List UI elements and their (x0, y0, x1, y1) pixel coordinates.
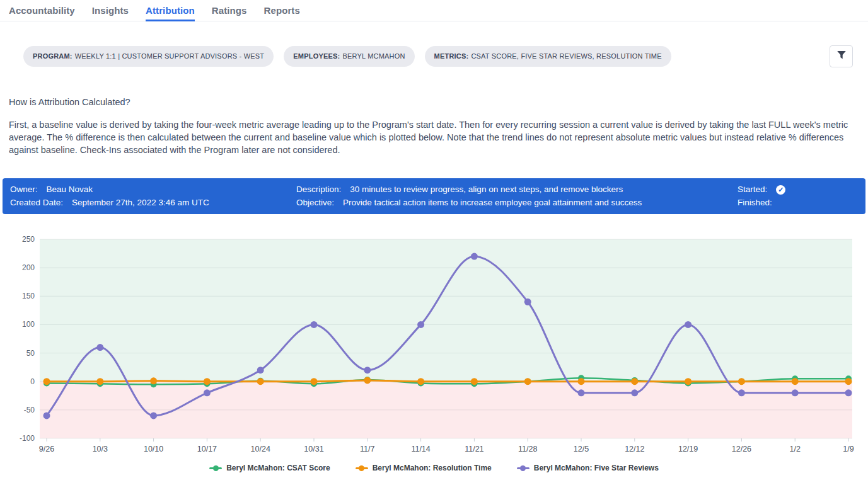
svg-text:10/3: 10/3 (93, 445, 108, 453)
svg-text:150: 150 (22, 292, 35, 300)
svg-text:10/17: 10/17 (197, 445, 217, 453)
top-nav: Accountability Insights Attribution Rati… (0, 0, 868, 21)
svg-text:11/21: 11/21 (465, 445, 483, 453)
resolution-series-marker-icon (356, 465, 368, 471)
banner-left: Owner: Beau Novak Created Date: Septembe… (10, 183, 296, 209)
filters-row: PROGRAM: WEEKLY 1:1 | CUSTOMER SUPPORT A… (23, 45, 853, 67)
attribution-page: Accountability Insights Attribution Rati… (0, 0, 868, 490)
svg-text:10/31: 10/31 (304, 445, 323, 453)
tab-insights[interactable]: Insights (92, 5, 129, 21)
banner-middle: Description: 30 minutes to review progre… (296, 183, 738, 209)
description-value: 30 minutes to review progress, align on … (350, 183, 623, 196)
created-date-value: September 27th, 2022 3:46 am UTC (72, 197, 209, 209)
filter-chip-employees-label: EMPLOYEES: (293, 52, 340, 60)
explainer-title: How is Attribution Calculated? (9, 97, 130, 107)
svg-text:11/14: 11/14 (411, 445, 430, 453)
svg-text:11/28: 11/28 (518, 445, 537, 453)
attribution-chart: 250200150100500-50-1009/2610/310/1010/17… (0, 236, 868, 458)
explainer-body: First, a baseline value is derived by ta… (9, 118, 860, 156)
svg-text:-100: -100 (20, 434, 35, 443)
legend-item-csat-score[interactable]: Beryl McMahon: CSAT Score (209, 464, 330, 472)
finished-label: Finished: (738, 197, 772, 209)
svg-text:12/19: 12/19 (678, 445, 698, 453)
csat-series-marker-icon (209, 465, 222, 471)
tab-reports[interactable]: Reports (264, 5, 300, 21)
program-banner: Owner: Beau Novak Created Date: Septembe… (3, 178, 865, 214)
svg-text:1/2: 1/2 (790, 445, 801, 453)
legend-label-five-star: Beryl McMahon: Five Star Reviews (534, 464, 659, 472)
svg-text:11/7: 11/7 (360, 445, 374, 453)
filter-chip-employees[interactable]: EMPLOYEES: BERYL MCMAHON (284, 46, 414, 67)
tab-accountability[interactable]: Accountability (9, 5, 75, 21)
tab-ratings[interactable]: Ratings (212, 5, 247, 21)
legend-label-resolution: Beryl McMahon: Resolution Time (373, 464, 492, 472)
five-star-series-marker-icon (517, 465, 529, 471)
svg-text:50: 50 (26, 349, 35, 358)
svg-text:0: 0 (30, 377, 35, 386)
svg-text:10/24: 10/24 (251, 445, 270, 453)
description-label: Description: (296, 183, 341, 196)
svg-text:12/26: 12/26 (732, 445, 751, 453)
svg-text:-50: -50 (24, 406, 35, 414)
legend-item-five-star-reviews[interactable]: Beryl McMahon: Five Star Reviews (517, 464, 659, 472)
svg-text:1/9: 1/9 (843, 445, 854, 453)
svg-text:12/12: 12/12 (625, 445, 644, 453)
objective-value: Provide tactical action items to increas… (343, 197, 642, 209)
created-date-label: Created Date: (10, 197, 63, 209)
svg-text:250: 250 (22, 236, 35, 244)
started-label: Started: (738, 183, 767, 196)
filter-chip-metrics[interactable]: METRICS: CSAT SCORE, FIVE STAR REVIEWS, … (425, 46, 671, 67)
filter-chip-metrics-label: METRICS: (434, 52, 469, 60)
objective-label: Objective: (296, 197, 334, 209)
funnel-icon (836, 50, 847, 62)
owner-label: Owner: (10, 183, 38, 196)
svg-text:200: 200 (22, 263, 35, 272)
svg-text:9/26: 9/26 (39, 445, 54, 453)
svg-text:12/5: 12/5 (574, 445, 589, 453)
chart-legend: Beryl McMahon: CSAT Score Beryl McMahon:… (0, 464, 868, 472)
filter-chip-program-value: WEEKLY 1:1 | CUSTOMER SUPPORT ADVISORS -… (75, 52, 265, 60)
filter-button[interactable] (830, 45, 853, 67)
owner-value: Beau Novak (47, 183, 93, 196)
filter-chip-employees-value: BERYL MCMAHON (342, 52, 405, 60)
svg-text:10/10: 10/10 (144, 445, 163, 453)
svg-text:100: 100 (22, 320, 35, 329)
started-check-icon: ✓ (776, 185, 785, 195)
filter-chip-metrics-value: CSAT SCORE, FIVE STAR REVIEWS, RESOLUTIO… (471, 52, 661, 60)
banner-right: Started: ✓ Finished: (738, 183, 865, 209)
legend-label-csat: Beryl McMahon: CSAT Score (226, 464, 330, 472)
filter-chip-program[interactable]: PROGRAM: WEEKLY 1:1 | CUSTOMER SUPPORT A… (23, 46, 274, 67)
tab-attribution[interactable]: Attribution (146, 5, 195, 21)
legend-item-resolution-time[interactable]: Beryl McMahon: Resolution Time (356, 464, 492, 472)
filter-chip-program-label: PROGRAM: (33, 52, 72, 60)
